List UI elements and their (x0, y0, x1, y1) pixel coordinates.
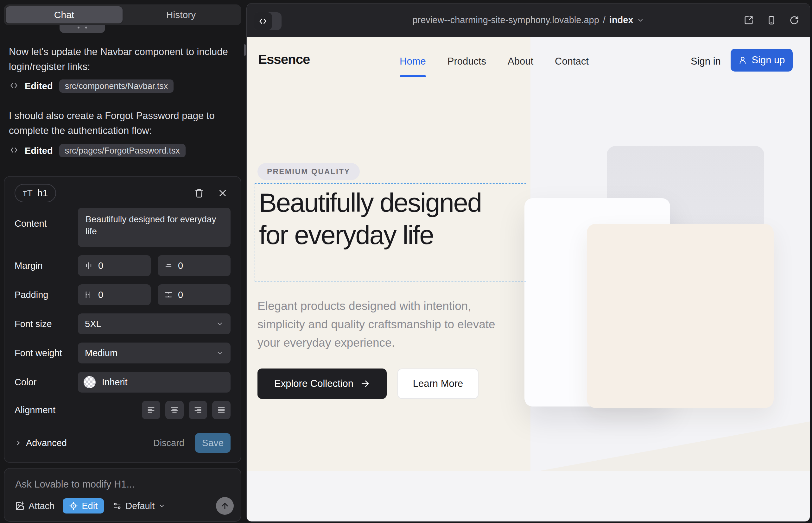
align-right-icon (194, 405, 202, 414)
arrow-right-icon (360, 379, 370, 389)
hero-description: Elegant products designed with intention… (258, 297, 514, 352)
chat-composer: Ask Lovable to modify H1... Attach Edit … (4, 468, 241, 522)
url-host: preview--charming-site-symphony.lovable.… (412, 15, 599, 25)
color-label: Color (15, 377, 78, 387)
padding-label: Padding (15, 290, 78, 300)
app-window: Chat History Now let's update the Navbar… (0, 0, 812, 523)
composer-input[interactable]: Ask Lovable to modify H1... (15, 479, 135, 490)
align-left-button[interactable] (142, 401, 160, 419)
code-icon (10, 81, 18, 91)
user-icon (738, 56, 747, 65)
align-justify-button[interactable] (212, 401, 231, 419)
element-tag-label: h1 (37, 188, 48, 198)
site-logo[interactable]: Essence (258, 52, 310, 67)
sliders-icon (113, 502, 122, 510)
chat-message: I should also create a Forgot Password p… (9, 108, 234, 138)
attach-button[interactable]: Attach (15, 501, 54, 511)
advanced-toggle[interactable]: Advanced (15, 438, 67, 448)
image-plus-icon (15, 501, 25, 511)
chevron-down-icon (216, 349, 224, 357)
padding-horizontal-input[interactable]: 0 (78, 284, 151, 305)
close-icon[interactable] (218, 188, 227, 198)
nav-link-contact[interactable]: Contact (555, 56, 589, 67)
sidebar-tabbar: Chat History (4, 4, 241, 25)
edited-file-chip[interactable]: src/pages/ForgotPassword.tsx (59, 144, 186, 157)
chat-message: Now let's update the Navbar component to… (9, 44, 234, 74)
edited-file-row: Edited src/pages/ForgotPassword.tsx (10, 144, 186, 158)
url-page: index (609, 15, 633, 25)
align-center-button[interactable] (165, 401, 184, 419)
sign-up-button[interactable]: Sign up (730, 49, 793, 72)
margin-vertical-icon (164, 261, 173, 270)
preview-panel: preview--charming-site-symphony.lovable.… (246, 3, 810, 522)
rendered-site: Essence Home Products About Contact Sign… (247, 37, 810, 522)
preview-url-selector[interactable]: preview--charming-site-symphony.lovable.… (412, 3, 644, 37)
content-label: Content (15, 218, 78, 229)
active-nav-underline (400, 75, 426, 77)
padding-vertical-icon (164, 290, 173, 299)
chat-scrollbar[interactable] (244, 44, 246, 56)
code-view-toggle[interactable] (254, 12, 282, 30)
type-icon: тT (23, 188, 33, 198)
element-selection-outline: Beautifully designed for everyday life (254, 183, 526, 282)
margin-label: Margin (15, 260, 78, 271)
padding-horizontal-icon (84, 290, 93, 299)
align-left-icon (147, 405, 156, 414)
chevron-down-icon (158, 502, 165, 509)
premium-quality-badge: PREMIUM QUALITY (258, 163, 360, 180)
tab-chat[interactable]: Chat (6, 6, 123, 23)
color-select[interactable]: Inherit (78, 372, 231, 393)
content-input[interactable]: Beautifully designed for everyday life (78, 208, 231, 247)
padding-vertical-input[interactable]: 0 (158, 284, 231, 305)
margin-vertical-input[interactable]: 0 (158, 255, 231, 276)
margin-horizontal-input[interactable]: 0 (78, 255, 151, 276)
color-swatch-transparent (84, 376, 96, 388)
margin-horizontal-icon (84, 261, 93, 270)
code-icon (10, 146, 18, 156)
edited-file-chip[interactable]: src/components/Navbar.tsx (59, 79, 174, 93)
refresh-icon[interactable] (790, 16, 799, 25)
explore-collection-button[interactable]: Explore Collection (258, 368, 387, 399)
arrow-up-icon (220, 502, 229, 510)
url-separator: / (603, 15, 605, 25)
preview-toolbar: preview--charming-site-symphony.lovable.… (247, 3, 810, 37)
align-justify-icon (217, 405, 226, 414)
edit-mode-button[interactable]: Edit (63, 498, 104, 513)
selected-element-badge: тT h1 (15, 184, 56, 202)
chevron-down-icon (637, 17, 644, 24)
tab-history[interactable]: History (123, 6, 240, 23)
send-button[interactable] (216, 497, 234, 515)
hero-headline: Beautifully designed for everyday life (259, 186, 503, 251)
nav-link-home[interactable]: Home (400, 56, 426, 67)
learn-more-button[interactable]: Learn More (398, 368, 478, 399)
model-selector[interactable]: Default (113, 501, 165, 511)
target-icon (69, 502, 78, 510)
code-icon[interactable] (254, 12, 272, 30)
edited-label: Edited (25, 81, 53, 91)
align-center-icon (170, 405, 179, 414)
nav-link-products[interactable]: Products (447, 56, 486, 67)
nav-link-about[interactable]: About (508, 56, 533, 67)
font-size-select[interactable]: 5XL (78, 313, 231, 334)
chevron-down-icon (216, 320, 224, 328)
discard-button[interactable]: Discard (153, 438, 184, 448)
font-size-label: Font size (15, 319, 78, 329)
scrolled-pill-peek (59, 25, 105, 33)
open-in-new-tab-icon[interactable] (744, 16, 754, 25)
save-button[interactable]: Save (195, 433, 231, 453)
font-weight-label: Font weight (15, 348, 78, 358)
site-nav: Home Products About Contact (400, 56, 589, 67)
element-editor-panel: тT h1 Content Beautifully designed for e… (4, 176, 241, 463)
align-right-button[interactable] (189, 401, 207, 419)
delete-element-icon[interactable] (194, 188, 204, 198)
edited-label: Edited (25, 146, 53, 156)
sign-in-link[interactable]: Sign in (691, 56, 721, 67)
chat-sidebar: Chat History Now let's update the Navbar… (0, 0, 243, 523)
alignment-label: Alignment (15, 405, 78, 415)
decor-card-cream (587, 224, 774, 408)
chevron-right-icon (15, 439, 22, 447)
mobile-view-icon[interactable] (767, 16, 776, 25)
edited-file-row: Edited src/components/Navbar.tsx (10, 79, 174, 93)
font-weight-select[interactable]: Medium (78, 343, 231, 363)
